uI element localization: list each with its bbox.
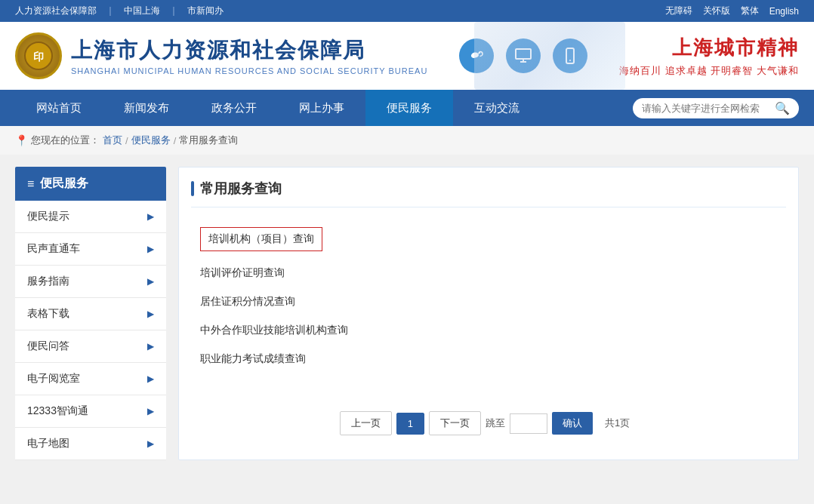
breadcrumb-sep1: / xyxy=(125,135,128,146)
top-link-traditional[interactable]: 繁体 xyxy=(741,5,759,17)
sidebar-item-tips-label: 便民提示 xyxy=(27,210,69,223)
sidebar-item-guide[interactable]: 服务指南 ▶ xyxy=(15,266,166,298)
sidebar-item-12333-label: 12333智询通 xyxy=(27,404,88,418)
top-link-ministry[interactable]: 人力资源社会保障部 xyxy=(15,5,97,17)
service-item-3[interactable]: 中外合作职业技能培训机构查询 xyxy=(191,316,786,345)
spirit-sub: 海纳百川 追求卓越 开明睿智 大气谦和 xyxy=(619,64,799,78)
sidebar-item-map-label: 电子地图 xyxy=(27,437,69,450)
content-header: 常用服务查询 xyxy=(191,180,786,207)
top-bar: 人力资源社会保障部 ｜ 中国上海 ｜ 市新闻办 无障碍 关怀版 繁体 Engli… xyxy=(0,0,814,22)
top-bar-left: 人力资源社会保障部 ｜ 中国上海 ｜ 市新闻办 xyxy=(15,5,224,17)
sidebar-arrow-map: ▶ xyxy=(147,438,154,449)
content-area: 常用服务查询 培训机构（项目）查询 培训评价证明查询 居住证积分情况查询 中外合… xyxy=(178,167,799,460)
sidebar-item-forms[interactable]: 表格下载 ▶ xyxy=(15,298,166,330)
breadcrumb-home[interactable]: 首页 xyxy=(103,134,122,147)
total-pages: 共1页 xyxy=(597,412,637,435)
top-bar-right: 无障碍 关怀版 繁体 English xyxy=(665,5,799,17)
nav-item-interaction[interactable]: 互动交流 xyxy=(453,90,541,126)
service-item-0[interactable]: 培训机构（项目）查询 xyxy=(191,223,786,259)
sidebar-arrow-faq: ▶ xyxy=(147,341,154,352)
sidebar-item-voice-label: 民声直通车 xyxy=(27,242,80,256)
spirit-title: 上海城市精神 xyxy=(619,35,799,61)
breadcrumb-label: 您现在的位置： xyxy=(31,134,100,147)
nav-item-home[interactable]: 网站首页 xyxy=(15,90,103,126)
service-item-4[interactable]: 职业能力考试成绩查询 xyxy=(191,345,786,373)
search-input[interactable] xyxy=(642,103,769,114)
sidebar-item-12333[interactable]: 12333智询通 ▶ xyxy=(15,395,166,428)
sidebar-arrow-library: ▶ xyxy=(147,373,154,384)
logo-emblem: 印 xyxy=(15,32,62,79)
logo-text: 上海市人力资源和社会保障局 SHANGHAI MUNICIPAL HUMAN R… xyxy=(71,36,427,75)
jump-label: 跳至 xyxy=(486,416,505,430)
nav-bar: 网站首页 新闻发布 政务公开 网上办事 便民服务 互动交流 🔍 xyxy=(0,90,814,126)
sidebar-arrow-12333: ▶ xyxy=(147,406,154,416)
next-page-button[interactable]: 下一页 xyxy=(429,411,481,435)
service-item-2[interactable]: 居住证积分情况查询 xyxy=(191,287,786,316)
breadcrumb-sep2: / xyxy=(174,135,177,146)
service-list: 培训机构（项目）查询 培训评价证明查询 居住证积分情况查询 中外合作职业技能培训… xyxy=(191,220,786,376)
header: 印 上海市人力资源和社会保障局 SHANGHAI MUNICIPAL HUMAN… xyxy=(0,22,814,90)
breadcrumb: 📍 您现在的位置： 首页 / 便民服务 / 常用服务查询 xyxy=(0,126,814,155)
main-content: ≡ 便民服务 便民提示 ▶ 民声直通车 ▶ 服务指南 ▶ 表格下载 ▶ 便民问答… xyxy=(0,155,814,472)
svg-text:印: 印 xyxy=(33,51,44,63)
sidebar-arrow-tips: ▶ xyxy=(147,211,154,222)
location-icon: 📍 xyxy=(15,134,28,146)
nav-item-online[interactable]: 网上办事 xyxy=(278,90,365,126)
sidebar-item-forms-label: 表格下载 xyxy=(27,307,69,321)
confirm-button[interactable]: 确认 xyxy=(552,412,593,435)
current-page-button[interactable]: 1 xyxy=(396,413,424,435)
sidebar-item-library-label: 电子阅览室 xyxy=(27,372,80,386)
sidebar-arrow-voice: ▶ xyxy=(147,244,154,254)
sep2: ｜ xyxy=(169,5,178,17)
logo-en-text: SHANGHAI MUNICIPAL HUMAN RESOURCES AND S… xyxy=(71,66,427,75)
sidebar-item-guide-label: 服务指南 xyxy=(27,275,69,288)
sidebar-arrow-guide: ▶ xyxy=(147,276,154,287)
top-link-news[interactable]: 市新闻办 xyxy=(187,5,224,17)
sidebar-item-tips[interactable]: 便民提示 ▶ xyxy=(15,201,166,233)
service-link-0[interactable]: 培训机构（项目）查询 xyxy=(200,227,322,251)
sidebar-item-voice[interactable]: 民声直通车 ▶ xyxy=(15,233,166,266)
logo-area: 印 上海市人力资源和社会保障局 SHANGHAI MUNICIPAL HUMAN… xyxy=(15,32,427,79)
sep1: ｜ xyxy=(106,5,115,17)
content-title: 常用服务查询 xyxy=(200,180,282,198)
content-title-bar xyxy=(191,181,194,196)
logo-cn-text: 上海市人力资源和社会保障局 xyxy=(71,36,427,65)
nav-items: 网站首页 新闻发布 政务公开 网上办事 便民服务 互动交流 xyxy=(15,90,633,126)
sidebar-item-faq-label: 便民问答 xyxy=(27,340,69,353)
pagination: 上一页 1 下一页 跳至 确认 共1页 xyxy=(191,399,786,435)
header-bg-decoration xyxy=(474,22,625,90)
breadcrumb-services[interactable]: 便民服务 xyxy=(131,134,171,147)
sidebar-item-map[interactable]: 电子地图 ▶ xyxy=(15,428,166,460)
sidebar-arrow-forms: ▶ xyxy=(147,309,154,319)
jump-input[interactable] xyxy=(510,413,547,434)
sidebar: ≡ 便民服务 便民提示 ▶ 民声直通车 ▶ 服务指南 ▶ 表格下载 ▶ 便民问答… xyxy=(15,167,166,460)
nav-search-box: 🔍 xyxy=(633,98,799,118)
sidebar-list-icon: ≡ xyxy=(27,177,34,191)
sidebar-item-faq[interactable]: 便民问答 ▶ xyxy=(15,330,166,363)
top-link-shanghai[interactable]: 中国上海 xyxy=(124,5,160,17)
sidebar-title: ≡ 便民服务 xyxy=(15,167,166,201)
top-link-care[interactable]: 关怀版 xyxy=(703,5,730,17)
service-item-1[interactable]: 培训评价证明查询 xyxy=(191,259,786,287)
sidebar-item-library[interactable]: 电子阅览室 ▶ xyxy=(15,363,166,395)
nav-item-news[interactable]: 新闻发布 xyxy=(103,90,190,126)
nav-item-services[interactable]: 便民服务 xyxy=(365,90,453,126)
prev-page-button[interactable]: 上一页 xyxy=(340,411,392,435)
nav-item-affairs[interactable]: 政务公开 xyxy=(190,90,278,126)
sidebar-title-text: 便民服务 xyxy=(40,176,88,192)
top-link-english[interactable]: English xyxy=(769,6,799,17)
spirit-area: 上海城市精神 海纳百川 追求卓越 开明睿智 大气谦和 xyxy=(619,35,799,78)
top-link-accessible[interactable]: 无障碍 xyxy=(665,5,692,17)
breadcrumb-current: 常用服务查询 xyxy=(179,134,238,147)
search-icon[interactable]: 🔍 xyxy=(775,101,790,115)
